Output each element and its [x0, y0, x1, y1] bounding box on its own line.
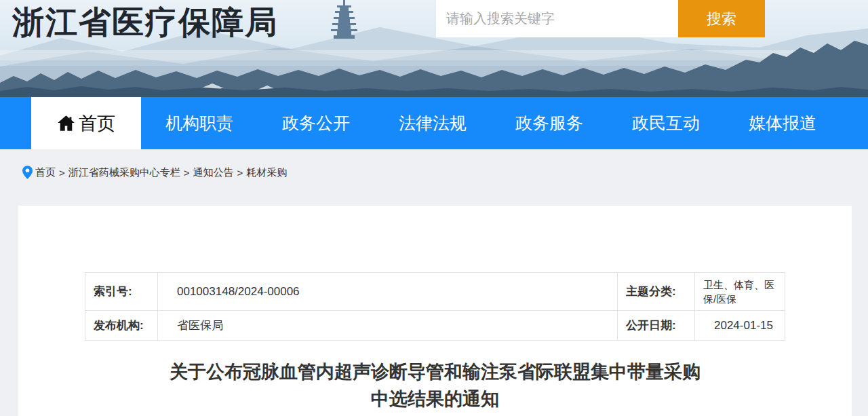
search-box: 搜索	[436, 0, 765, 37]
nav-item-label: 政民互动	[632, 112, 700, 134]
site-header: 浙江省医疗保障局 搜索	[0, 0, 868, 97]
nav-item-home[interactable]: 首页	[31, 97, 141, 149]
location-pin-icon	[22, 166, 33, 179]
search-input[interactable]	[436, 0, 678, 37]
breadcrumb-separator: >	[59, 167, 65, 178]
breadcrumb-separator: >	[184, 167, 190, 178]
breadcrumb-item-home[interactable]: 首页	[35, 166, 56, 179]
nav-item-laws[interactable]: 法律法规	[374, 97, 491, 149]
meta-label-index-number: 索引号:	[85, 273, 158, 311]
table-row: 索引号: 001003148/2024-00006 主题分类: 卫生、体育、医保…	[85, 273, 785, 311]
table-row: 发布机构: 省医保局 公开日期: 2024-01-15	[85, 311, 785, 341]
site-title: 浙江省医疗保障局	[12, 1, 278, 44]
meta-value-issuing-agency: 省医保局	[158, 311, 618, 341]
nav-item-label: 政务服务	[515, 112, 583, 134]
breadcrumb-bar: 首页 > 浙江省药械采购中心专栏 > 通知公告 > 耗材采购	[0, 149, 868, 206]
meta-label-publish-date: 公开日期:	[618, 311, 695, 341]
breadcrumb: 首页 > 浙江省药械采购中心专栏 > 通知公告 > 耗材采购	[22, 166, 287, 179]
nav-item-label: 法律法规	[399, 112, 467, 134]
document-title: 关于公布冠脉血管内超声诊断导管和输注泵省际联盟集中带量采购 中选结果的通知	[18, 358, 852, 413]
nav-item-label: 机构职责	[165, 112, 233, 134]
nav-item-label: 媒体报道	[749, 112, 816, 134]
meta-label-topic-category: 主题分类:	[618, 273, 695, 311]
breadcrumb-item-notices[interactable]: 通知公告	[193, 166, 234, 179]
breadcrumb-item-consumables[interactable]: 耗材采购	[246, 166, 287, 179]
search-button[interactable]: 搜索	[678, 0, 765, 37]
meta-value-publish-date: 2024-01-15	[695, 311, 785, 341]
breadcrumb-separator: >	[237, 167, 243, 178]
content-panel: 索引号: 001003148/2024-00006 主题分类: 卫生、体育、医保…	[18, 206, 852, 416]
nav-item-label: 首页	[79, 111, 115, 136]
breadcrumb-item-procurement-center[interactable]: 浙江省药械采购中心专栏	[68, 166, 180, 179]
nav-item-gov-services[interactable]: 政务服务	[491, 97, 608, 149]
nav-item-duties[interactable]: 机构职责	[141, 97, 258, 149]
document-title-line2: 中选结果的通知	[18, 385, 852, 413]
nav-item-label: 政务公开	[282, 112, 350, 134]
meta-label-issuing-agency: 发布机构:	[85, 311, 158, 341]
nav-item-media[interactable]: 媒体报道	[724, 97, 841, 149]
pagoda-silhouette	[331, 0, 357, 39]
meta-value-topic-category: 卫生、体育、医保/医保	[695, 273, 785, 311]
home-icon	[57, 115, 75, 132]
meta-value-index-number: 001003148/2024-00006	[158, 273, 618, 311]
document-title-line1: 关于公布冠脉血管内超声诊断导管和输注泵省际联盟集中带量采购	[18, 358, 852, 385]
nav-item-gov-disclosure[interactable]: 政务公开	[258, 97, 374, 149]
nav-item-interaction[interactable]: 政民互动	[608, 97, 724, 149]
document-meta-table: 索引号: 001003148/2024-00006 主题分类: 卫生、体育、医保…	[85, 272, 785, 341]
main-nav: 首页 机构职责 政务公开 法律法规 政务服务 政民互动 媒体报道	[0, 97, 868, 149]
